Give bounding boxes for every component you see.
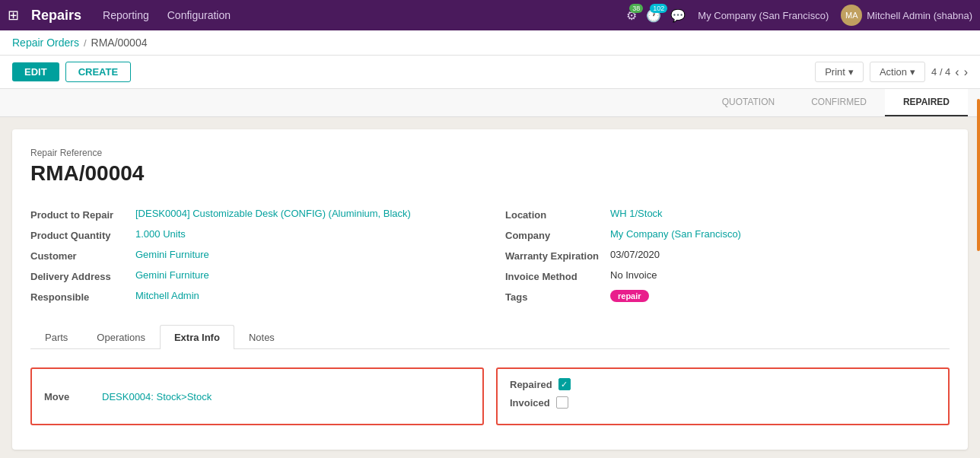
create-button[interactable]: CREATE bbox=[65, 62, 131, 82]
responsible-value[interactable]: Mitchell Admin bbox=[135, 290, 199, 301]
repaired-invoiced-box: Repaired Invoiced bbox=[496, 367, 950, 425]
delivery-address-value[interactable]: Gemini Furniture bbox=[135, 269, 209, 281]
move-box: Move DESK0004: Stock>Stock bbox=[30, 367, 484, 425]
action-label: Action bbox=[880, 66, 907, 78]
product-to-repair-value[interactable]: [DESK0004] Customizable Desk (CONFIG) (A… bbox=[135, 208, 411, 219]
print-chevron-icon: ▾ bbox=[848, 66, 854, 78]
repaired-invoiced-fields: Repaired Invoiced bbox=[510, 378, 571, 415]
user-menu[interactable]: MA Mitchell Admin (shabna) bbox=[841, 5, 972, 26]
form-card: Repair Reference RMA/00004 Product to Re… bbox=[12, 129, 968, 450]
chat-icon-btn[interactable]: 💬 bbox=[670, 8, 686, 23]
pagination-prev[interactable]: ‹ bbox=[955, 65, 959, 79]
company-selector[interactable]: My Company (San Francisco) bbox=[698, 10, 829, 21]
nav-configuration[interactable]: Configuration bbox=[164, 9, 234, 21]
invoiced-label: Invoiced bbox=[510, 397, 550, 409]
product-quantity-value: 1.000 Units bbox=[135, 228, 186, 240]
warranty-expiration-label: Warranty Expiration bbox=[505, 249, 604, 262]
responsible-label: Responsible bbox=[30, 290, 129, 303]
customer-value[interactable]: Gemini Furniture bbox=[135, 249, 209, 260]
form-right-column: Location WH 1/Stock Company My Company (… bbox=[505, 204, 950, 307]
status-repaired[interactable]: REPAIRED bbox=[885, 89, 968, 116]
invoice-method-label: Invoice Method bbox=[505, 269, 604, 282]
breadcrumb-parent[interactable]: Repair Orders bbox=[12, 37, 79, 49]
app-title: Repairs bbox=[31, 8, 81, 24]
activity-badge: 102 bbox=[650, 4, 667, 13]
tab-operations[interactable]: Operations bbox=[82, 325, 160, 349]
pagination-count: 4 / 4 bbox=[931, 66, 950, 78]
customer-row: Customer Gemini Furniture bbox=[30, 245, 475, 266]
delivery-address-label: Delivery Address bbox=[30, 269, 129, 282]
bug-badge: 38 bbox=[629, 4, 643, 13]
bug-icon-btn[interactable]: ⚙ 38 bbox=[626, 8, 637, 23]
user-name: Mitchell Admin (shabna) bbox=[867, 10, 972, 21]
tab-bar: Parts Operations Extra Info Notes bbox=[30, 325, 950, 349]
location-label: Location bbox=[505, 208, 604, 221]
nav-reporting[interactable]: Reporting bbox=[100, 9, 152, 21]
warranty-expiration-value: 03/07/2020 bbox=[610, 249, 660, 260]
tags-value[interactable]: repair bbox=[610, 290, 649, 302]
activity-icon-btn[interactable]: 🕐 102 bbox=[646, 8, 661, 23]
product-to-repair-row: Product to Repair [DESK0004] Customizabl… bbox=[30, 204, 475, 224]
breadcrumb-separator: / bbox=[84, 37, 87, 49]
product-to-repair-label: Product to Repair bbox=[30, 208, 129, 221]
tags-row: Tags repair bbox=[505, 286, 950, 307]
extra-info-content: Move DESK0004: Stock>Stock Repaired Invo… bbox=[30, 361, 950, 431]
product-quantity-row: Product Quantity 1.000 Units bbox=[30, 224, 475, 245]
action-chevron-icon: ▾ bbox=[910, 66, 915, 78]
company-row: Company My Company (San Francisco) bbox=[505, 224, 950, 245]
status-bar: QUOTATION CONFIRMED REPAIRED bbox=[0, 89, 980, 117]
top-navigation: ⊞ Repairs Reporting Configuration ⚙ 38 🕐… bbox=[0, 0, 980, 30]
repair-ref-value: RMA/00004 bbox=[30, 161, 950, 186]
repair-ref-label: Repair Reference bbox=[30, 148, 950, 158]
form-left-column: Product to Repair [DESK0004] Customizabl… bbox=[30, 204, 475, 307]
move-label: Move bbox=[44, 391, 90, 402]
nav-icon-group: ⚙ 38 🕐 102 💬 bbox=[626, 8, 686, 23]
action-button[interactable]: Action ▾ bbox=[870, 62, 925, 82]
avatar: MA bbox=[841, 5, 862, 26]
breadcrumb-current: RMA/00004 bbox=[91, 37, 148, 49]
scroll-accent bbox=[977, 99, 980, 251]
warranty-expiration-row: Warranty Expiration 03/07/2020 bbox=[505, 245, 950, 266]
company-value[interactable]: My Company (San Francisco) bbox=[610, 228, 741, 240]
pagination: 4 / 4 ‹ › bbox=[931, 65, 968, 79]
location-value[interactable]: WH 1/Stock bbox=[610, 208, 663, 219]
repaired-row: Repaired bbox=[510, 378, 571, 390]
tab-notes[interactable]: Notes bbox=[234, 325, 289, 349]
customer-label: Customer bbox=[30, 249, 129, 262]
edit-button[interactable]: EDIT bbox=[12, 62, 59, 81]
repaired-label: Repaired bbox=[510, 379, 552, 390]
responsible-row: Responsible Mitchell Admin bbox=[30, 286, 475, 307]
tab-extra-info[interactable]: Extra Info bbox=[160, 325, 234, 349]
print-label: Print bbox=[825, 66, 845, 78]
pagination-next[interactable]: › bbox=[964, 65, 968, 79]
status-quotation[interactable]: QUOTATION bbox=[704, 89, 794, 116]
grid-icon[interactable]: ⊞ bbox=[8, 7, 19, 24]
form-grid: Product to Repair [DESK0004] Customizabl… bbox=[30, 204, 950, 307]
company-label: Company bbox=[505, 228, 604, 241]
print-button[interactable]: Print ▾ bbox=[815, 62, 864, 82]
status-confirmed[interactable]: CONFIRMED bbox=[793, 89, 885, 116]
breadcrumb: Repair Orders / RMA/00004 bbox=[0, 30, 980, 56]
repaired-checkbox[interactable] bbox=[558, 378, 571, 390]
delivery-address-row: Delivery Address Gemini Furniture bbox=[30, 266, 475, 286]
invoice-method-row: Invoice Method No Invoice bbox=[505, 266, 950, 286]
tab-parts[interactable]: Parts bbox=[30, 325, 82, 349]
move-value[interactable]: DESK0004: Stock>Stock bbox=[102, 391, 212, 402]
invoiced-row: Invoiced bbox=[510, 396, 571, 409]
invoiced-checkbox[interactable] bbox=[556, 396, 568, 409]
product-quantity-label: Product Quantity bbox=[30, 228, 129, 241]
invoice-method-value: No Invoice bbox=[610, 269, 657, 281]
location-row: Location WH 1/Stock bbox=[505, 204, 950, 224]
toolbar: EDIT CREATE Print ▾ Action ▾ 4 / 4 ‹ › bbox=[0, 56, 980, 89]
main-content: Repair Reference RMA/00004 Product to Re… bbox=[0, 117, 980, 458]
tags-label: Tags bbox=[505, 290, 604, 303]
